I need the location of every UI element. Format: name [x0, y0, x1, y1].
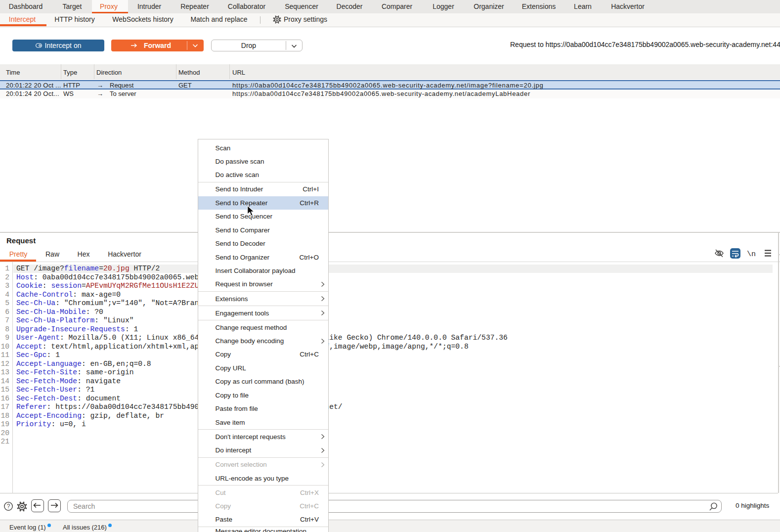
svg-text:\n: \n [747, 250, 756, 259]
svg-text:?: ? [7, 503, 10, 510]
